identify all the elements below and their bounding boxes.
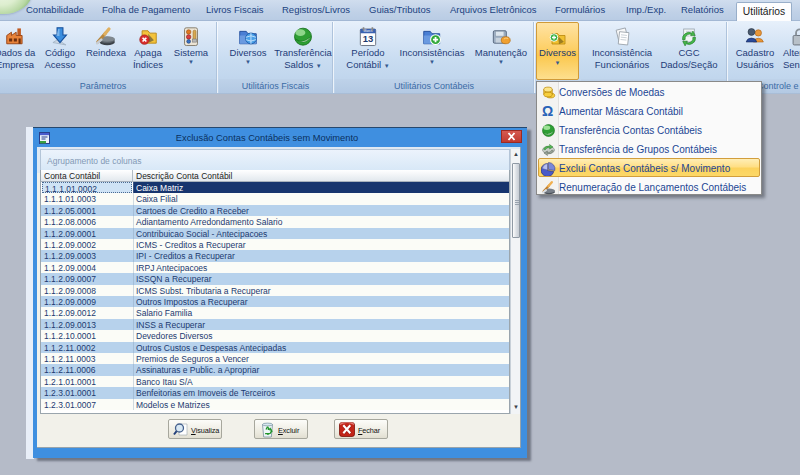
svg-text:13: 13 (363, 33, 373, 44)
